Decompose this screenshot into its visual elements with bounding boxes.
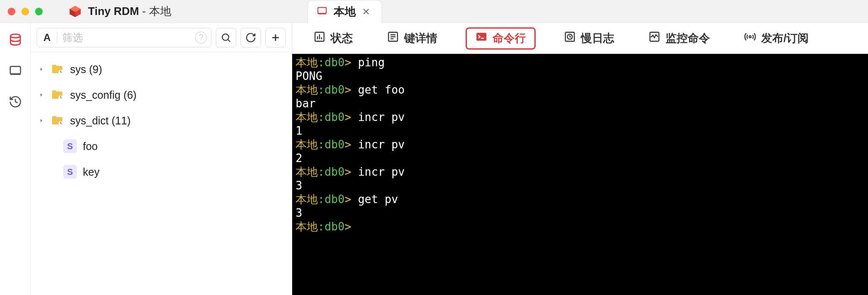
sidebar-toolbar: A ? xyxy=(31,23,292,52)
tree-key[interactable]: Skey xyxy=(31,159,292,185)
terminal-command-line: 本地:db0> get pv xyxy=(296,192,865,206)
app-logo-icon xyxy=(68,5,82,18)
terminal-command-line: 本地:db0> incr pv xyxy=(296,165,865,179)
tab-slowlog[interactable]: 慢日志 xyxy=(558,27,620,50)
chevron-right-icon xyxy=(38,66,44,72)
folder-icon xyxy=(50,88,64,102)
tree-item-label: foo xyxy=(83,140,98,153)
svg-rect-3 xyxy=(318,7,326,13)
terminal-output-line: 2 xyxy=(296,151,865,165)
refresh-button[interactable] xyxy=(240,28,261,47)
cli-icon xyxy=(475,31,487,46)
terminal-output-line: 1 xyxy=(296,124,865,138)
terminal-output-line: bar xyxy=(296,97,865,110)
connection-tab-label: 本地 xyxy=(334,4,356,19)
filter-group: A ? xyxy=(37,28,211,47)
svg-rect-25 xyxy=(476,33,486,41)
tab-label: 发布/订阅 xyxy=(761,31,809,46)
close-window-button[interactable] xyxy=(8,8,15,15)
tab-cli[interactable]: 命令行 xyxy=(466,27,536,50)
rail-item-history[interactable] xyxy=(8,94,23,109)
title-bar: Tiny RDM - 本地 本地 xyxy=(0,0,868,23)
folder-icon xyxy=(50,114,64,127)
tree-item-label: key xyxy=(83,166,100,178)
svg-point-7 xyxy=(10,34,20,38)
string-type-badge: S xyxy=(63,165,77,179)
chevron-right-icon xyxy=(38,118,44,124)
tab-pubsub[interactable]: 发布/订阅 xyxy=(738,27,815,50)
filter-input[interactable] xyxy=(57,28,195,47)
tab-monitor[interactable]: 监控命令 xyxy=(642,27,716,50)
cli-terminal[interactable]: 本地:db0> pingPONG本地:db0> get foobar本地:db0… xyxy=(292,54,868,295)
folder-icon xyxy=(50,62,64,76)
app-title: Tiny RDM - 本地 xyxy=(88,4,171,19)
keydetail-icon xyxy=(387,31,399,46)
chevron-right-icon xyxy=(38,92,44,98)
search-button[interactable] xyxy=(216,28,236,47)
terminal-output-line: PONG xyxy=(296,69,865,83)
terminal-prompt-line: 本地:db0> xyxy=(296,220,865,233)
filter-prefix[interactable]: A xyxy=(37,32,57,44)
app-connection-name: 本地 xyxy=(149,5,171,18)
tab-label: 命令行 xyxy=(493,31,526,46)
rail-item-database[interactable] xyxy=(8,32,23,48)
tab-keydetail[interactable]: 键详情 xyxy=(381,27,443,50)
terminal-output-line: 3 xyxy=(296,206,865,220)
monitor-icon xyxy=(648,31,660,46)
tree-folder[interactable]: sys (9) xyxy=(31,56,292,82)
sidebar: A ? sys (9)sys_config (6)sys_dict (11)Sf… xyxy=(31,23,292,295)
rail-item-monitor[interactable] xyxy=(8,63,23,79)
main-area: A ? sys (9)sys_config (6)sys_dict (11)Sf… xyxy=(0,23,868,295)
terminal-command-line: 本地:db0> incr pv xyxy=(296,110,865,124)
tree-folder[interactable]: sys_dict (11) xyxy=(31,108,292,133)
svg-point-10 xyxy=(222,34,229,40)
status-icon xyxy=(314,31,326,46)
tab-label: 慢日志 xyxy=(581,31,614,46)
terminal-command-line: 本地:db0> incr pv xyxy=(296,138,865,151)
svg-rect-8 xyxy=(10,66,21,74)
content-area: 状态键详情命令行慢日志监控命令发布/订阅 本地:db0> pingPONG本地:… xyxy=(292,23,868,295)
nav-rail xyxy=(0,23,31,295)
string-type-badge: S xyxy=(63,139,77,153)
svg-point-30 xyxy=(749,36,751,38)
tree-item-label: sys (9) xyxy=(70,63,102,76)
tab-label: 键详情 xyxy=(404,31,437,46)
slowlog-icon xyxy=(564,31,576,46)
app-name: Tiny RDM xyxy=(88,5,139,18)
content-tabs: 状态键详情命令行慢日志监控命令发布/订阅 xyxy=(292,23,868,54)
monitor-icon xyxy=(317,6,328,18)
tree-item-label: sys_dict (11) xyxy=(70,115,131,127)
tab-status[interactable]: 状态 xyxy=(308,27,359,50)
connection-tab[interactable]: 本地 xyxy=(308,0,382,23)
svg-line-11 xyxy=(228,40,230,42)
pubsub-icon xyxy=(744,31,756,46)
maximize-window-button[interactable] xyxy=(35,8,43,15)
window-controls xyxy=(8,8,43,15)
tab-label: 监控命令 xyxy=(666,31,710,46)
tree-key[interactable]: Sfoo xyxy=(31,133,292,159)
terminal-command-line: 本地:db0> get foo xyxy=(296,83,865,97)
terminal-command-line: 本地:db0> ping xyxy=(296,56,865,69)
add-button[interactable] xyxy=(265,28,286,47)
terminal-output-line: 3 xyxy=(296,179,865,192)
key-tree: sys (9)sys_config (6)sys_dict (11)SfooSk… xyxy=(31,52,292,189)
tree-item-label: sys_config (6) xyxy=(70,89,137,101)
help-icon[interactable]: ? xyxy=(195,32,207,44)
app-title-separator: - xyxy=(139,5,149,18)
close-icon[interactable] xyxy=(362,7,371,17)
tab-label: 状态 xyxy=(331,31,353,46)
tree-folder[interactable]: sys_config (6) xyxy=(31,82,292,108)
minimize-window-button[interactable] xyxy=(21,8,29,15)
